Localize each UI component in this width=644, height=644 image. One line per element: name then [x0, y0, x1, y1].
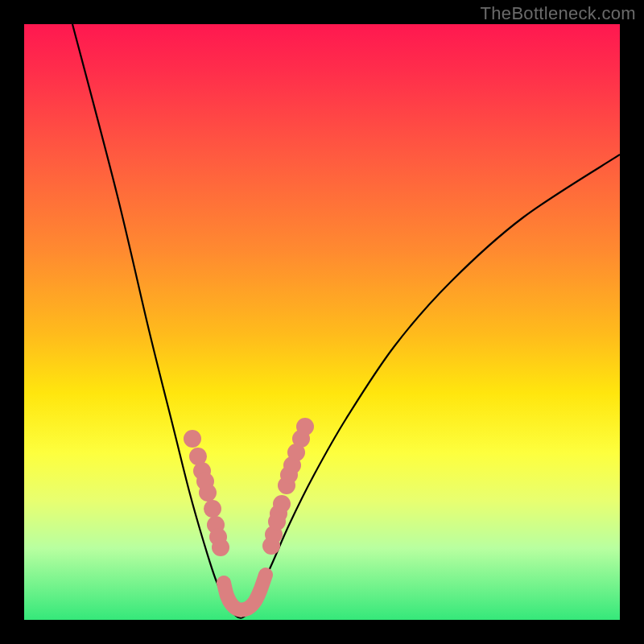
- marker-dot: [184, 430, 201, 448]
- curve-tip-highlight: [224, 575, 266, 609]
- curve-right: [242, 155, 620, 618]
- marker-dot: [212, 539, 229, 556]
- marker-cluster: [184, 418, 314, 556]
- marker-dot: [296, 418, 314, 436]
- marker-dot: [204, 500, 221, 518]
- marker-dot: [273, 495, 291, 513]
- plot-area: [24, 24, 620, 620]
- chart-svg: [24, 24, 620, 620]
- marker-dot: [199, 484, 217, 502]
- chart-frame: TheBottleneck.com: [0, 0, 644, 644]
- watermark-text: TheBottleneck.com: [481, 3, 636, 24]
